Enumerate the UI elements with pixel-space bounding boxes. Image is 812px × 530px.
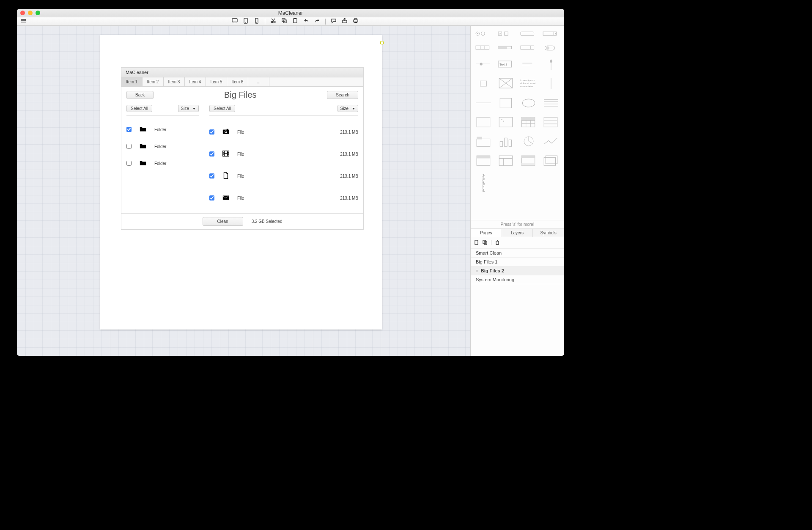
palette-radio-icon[interactable] bbox=[474, 30, 493, 37]
palette-stack-icon[interactable] bbox=[542, 154, 561, 167]
palette-stepper-icon[interactable] bbox=[519, 44, 538, 51]
file-checkbox[interactable] bbox=[209, 151, 214, 157]
back-button[interactable]: Back bbox=[126, 91, 154, 99]
svg-text:Text I: Text I bbox=[499, 63, 507, 66]
undo-icon[interactable] bbox=[303, 18, 309, 25]
drag-handle-icon[interactable]: ≡ bbox=[476, 269, 478, 273]
folder-icon bbox=[139, 125, 147, 134]
palette-vline-icon[interactable] bbox=[542, 77, 561, 90]
palette-toggle-icon[interactable] bbox=[542, 44, 561, 51]
file-row[interactable]: File213.1 MB bbox=[209, 143, 358, 165]
palette-dots-icon[interactable] bbox=[497, 116, 516, 128]
file-size: 213.1 MB bbox=[340, 152, 358, 157]
palette-progress-icon[interactable] bbox=[497, 44, 516, 51]
panel-tab-pages[interactable]: Pages bbox=[471, 229, 502, 237]
redo-icon[interactable] bbox=[314, 18, 320, 25]
folder-checkbox[interactable] bbox=[126, 161, 132, 166]
folder-row[interactable]: Folder bbox=[126, 121, 199, 138]
delete-page-icon[interactable] bbox=[495, 239, 500, 247]
palette-headerview-icon[interactable] bbox=[519, 154, 538, 167]
file-checkbox[interactable] bbox=[209, 129, 214, 135]
minimize-window-button[interactable] bbox=[28, 11, 33, 15]
page-row[interactable]: System Monitoring bbox=[471, 275, 564, 284]
files-column: Select All Size File213.1 MBFile213.1 MB… bbox=[204, 103, 363, 213]
file-checkbox[interactable] bbox=[209, 173, 214, 178]
file-size: 213.1 MB bbox=[340, 174, 358, 178]
separator bbox=[491, 240, 491, 245]
mockup-window[interactable]: MaCleaner Item 1 Item 2 Item 3 Item 4 It… bbox=[121, 67, 364, 230]
select-all-folders-button[interactable]: Select All bbox=[126, 105, 152, 112]
palette-vertical-label-icon[interactable]: Vertical Label bbox=[474, 174, 493, 192]
svg-point-17 bbox=[225, 131, 227, 133]
palette-piechart-icon[interactable] bbox=[519, 135, 538, 148]
page-row[interactable]: Smart Clean bbox=[471, 249, 564, 258]
tab-item-more[interactable]: ... bbox=[248, 77, 269, 86]
search-button[interactable]: Search bbox=[327, 91, 358, 99]
tab-item-2[interactable]: Item 2 bbox=[143, 77, 164, 86]
palette-splitview-icon[interactable] bbox=[497, 154, 516, 167]
palette-tabview-icon[interactable] bbox=[474, 135, 493, 148]
close-window-button[interactable] bbox=[20, 11, 25, 15]
palette-button-icon[interactable] bbox=[519, 30, 538, 37]
page-row[interactable]: ≡Big Files 2 bbox=[471, 266, 564, 275]
palette-image-icon[interactable] bbox=[497, 77, 516, 90]
artboard[interactable]: MaCleaner Item 1 Item 2 Item 3 Item 4 It… bbox=[100, 35, 382, 330]
svg-rect-88 bbox=[521, 163, 535, 165]
palette-combobox-icon[interactable] bbox=[542, 30, 561, 37]
duplicate-page-icon[interactable] bbox=[483, 239, 488, 247]
phone-icon[interactable] bbox=[254, 18, 260, 25]
print-icon[interactable] bbox=[353, 18, 359, 25]
panel-tab-symbols[interactable]: Symbols bbox=[533, 229, 564, 237]
new-page-icon[interactable] bbox=[474, 239, 479, 247]
palette-table-icon[interactable] bbox=[519, 116, 538, 128]
canvas-workspace[interactable]: MaCleaner Item 1 Item 2 Item 3 Item 4 It… bbox=[17, 26, 470, 356]
folder-size-dropdown[interactable]: Size bbox=[178, 105, 199, 112]
desktop-icon[interactable] bbox=[232, 18, 238, 25]
palette-textfield-icon[interactable]: Text I bbox=[497, 58, 516, 71]
artboard-resize-handle[interactable] bbox=[380, 41, 384, 44]
palette-window-icon[interactable] bbox=[474, 154, 493, 167]
palette-ellipse-icon[interactable] bbox=[519, 97, 538, 109]
svg-rect-82 bbox=[477, 156, 490, 159]
tab-item-5[interactable]: Item 5 bbox=[206, 77, 227, 86]
palette-paragraph-icon[interactable]: Lorem ipsum dolor sit amet consectetur bbox=[519, 77, 538, 90]
palette-hline-icon[interactable] bbox=[474, 97, 493, 109]
tab-item-6[interactable]: Item 6 bbox=[227, 77, 248, 86]
comment-icon[interactable] bbox=[331, 18, 337, 25]
folder-checkbox[interactable] bbox=[126, 144, 132, 149]
file-row[interactable]: File213.1 MB bbox=[209, 187, 358, 209]
palette-vslider-icon[interactable] bbox=[542, 58, 561, 71]
folder-checkbox[interactable] bbox=[126, 127, 132, 132]
palette-slider-icon[interactable] bbox=[474, 58, 493, 71]
folder-row[interactable]: Folder bbox=[126, 155, 199, 172]
page-row[interactable]: Big Files 1 bbox=[471, 258, 564, 266]
tablet-icon[interactable] bbox=[243, 18, 249, 25]
menu-icon[interactable] bbox=[20, 18, 26, 25]
palette-panel-icon[interactable] bbox=[474, 116, 493, 128]
tab-item-1[interactable]: Item 1 bbox=[121, 77, 143, 86]
palette-rect-icon[interactable] bbox=[497, 97, 516, 109]
palette-linechart-icon[interactable] bbox=[542, 135, 561, 148]
panel-tab-layers[interactable]: Layers bbox=[502, 229, 533, 237]
clean-button[interactable]: Clean bbox=[203, 217, 243, 226]
file-row[interactable]: File213.1 MB bbox=[209, 121, 358, 143]
paste-icon[interactable] bbox=[292, 18, 298, 25]
palette-rowtable-icon[interactable] bbox=[542, 116, 561, 128]
palette-label-icon[interactable] bbox=[519, 58, 538, 71]
copy-icon[interactable] bbox=[281, 18, 287, 25]
file-row[interactable]: File213.1 MB bbox=[209, 165, 358, 187]
palette-barchart-icon[interactable] bbox=[497, 135, 516, 148]
cut-icon[interactable] bbox=[270, 18, 276, 25]
palette-smallrect-icon[interactable] bbox=[474, 77, 493, 90]
select-all-files-button[interactable]: Select All bbox=[209, 105, 235, 112]
tab-item-4[interactable]: Item 4 bbox=[185, 77, 206, 86]
tab-item-3[interactable]: Item 3 bbox=[164, 77, 185, 86]
palette-lines-icon[interactable] bbox=[542, 97, 561, 109]
file-size-dropdown[interactable]: Size bbox=[337, 105, 358, 112]
zoom-window-button[interactable] bbox=[36, 11, 40, 15]
file-checkbox[interactable] bbox=[209, 195, 214, 200]
palette-checkbox-icon[interactable] bbox=[497, 30, 516, 37]
folder-row[interactable]: Folder bbox=[126, 138, 199, 155]
palette-segmented-icon[interactable] bbox=[474, 44, 493, 51]
share-icon[interactable] bbox=[342, 18, 348, 25]
